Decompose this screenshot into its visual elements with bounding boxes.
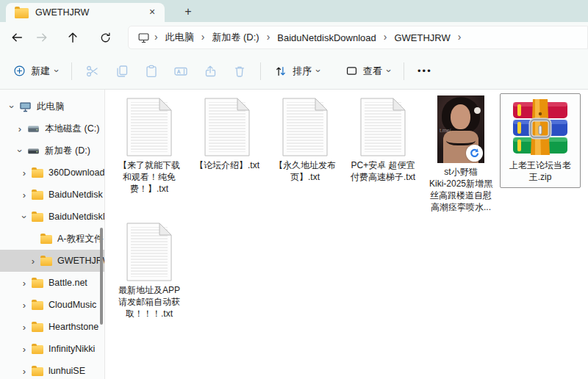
- chevron-down-icon[interactable]: ›: [7, 101, 17, 112]
- chevron-right-icon[interactable]: ›: [18, 322, 30, 332]
- share-button[interactable]: [196, 58, 225, 84]
- txt-file-icon: [126, 220, 172, 281]
- sidebar-item-drive-d[interactable]: › 新加卷 (D:): [0, 140, 104, 162]
- file-label: 上老王论坛当老 王.zip: [509, 159, 571, 183]
- chevron-down-icon[interactable]: ›: [15, 145, 25, 156]
- txt-file-icon: [360, 95, 406, 156]
- file-label: 【论坛介绍】.txt: [195, 159, 259, 171]
- forward-button[interactable]: [29, 26, 54, 49]
- breadcrumb-drive-d[interactable]: 新加卷 (D:): [207, 29, 263, 46]
- sidebar-item-baidunetdisk[interactable]: › BaiduNetdisk: [0, 184, 104, 206]
- sidebar-item-gwethjrw[interactable]: › GWETHJRW: [0, 250, 104, 272]
- sidebar-item-drive-c[interactable]: › 本地磁盘 (C:): [0, 118, 104, 140]
- sidebar-item-cloudmusic[interactable]: › CloudMusic: [0, 294, 104, 316]
- sidebar-item-label: GWETHJRW: [57, 256, 104, 266]
- sidebar-item-infinitynikki[interactable]: › InfinityNikki: [0, 338, 104, 360]
- close-tab-icon[interactable]: ×: [146, 6, 159, 19]
- trash-icon: [232, 64, 247, 79]
- sidebar-item-label: 本地磁盘 (C:): [45, 123, 99, 135]
- new-button[interactable]: 新建 ›: [6, 59, 65, 84]
- chevron-right-icon[interactable]: ›: [27, 256, 39, 266]
- folder-icon: [32, 278, 43, 288]
- sidebar-item-label: Battle.net: [49, 278, 87, 288]
- new-button-label: 新建: [31, 65, 50, 78]
- txt-file-icon: [204, 95, 250, 156]
- more-options-button[interactable]: •••: [410, 65, 440, 76]
- media-player-badge-icon: [466, 145, 483, 162]
- sidebar-item-hearthstone[interactable]: › Hearthstone: [0, 316, 104, 338]
- file-explorer-window: GWETHJRW × + › 此电脑 › 新加卷 (D:) › BaiduNet…: [0, 0, 588, 379]
- sidebar-item-label: 新加卷 (D:): [45, 145, 90, 157]
- folder-icon: [32, 322, 43, 332]
- explorer-tab[interactable]: GWETHJRW ×: [6, 3, 165, 22]
- sidebar-item-this-pc[interactable]: › 此电脑: [0, 95, 104, 118]
- sidebar-item-baidunetdiskdownload[interactable]: › BaiduNetdiskDownload: [0, 206, 104, 228]
- share-icon: [203, 64, 218, 79]
- breadcrumb-separator: ›: [455, 31, 465, 44]
- sidebar-item-label: 360Download: [49, 167, 104, 178]
- file-label: PC+安卓 超便宜 付费高速梯子.txt: [351, 159, 415, 183]
- sort-icon: [274, 65, 287, 78]
- chevron-right-icon[interactable]: ›: [18, 344, 30, 354]
- file-grid: 【来了就能下载 和观看！纯免 费！】.txt 【论坛介绍】.txt 【永久地址发…: [110, 95, 588, 327]
- address-bar[interactable]: › 此电脑 › 新加卷 (D:) › BaiduNetdiskDownload …: [128, 26, 588, 49]
- sidebar-item-label: BaiduNetdisk: [49, 190, 103, 200]
- file-item-video[interactable]: t.me/ st小野猫 Kiki-2025新增黑 丝高跟楼道自慰 高潮痉挛喷水.…: [422, 95, 500, 213]
- folder-icon: [32, 366, 43, 376]
- breadcrumb-separator: ›: [381, 31, 390, 44]
- folder-icon: [32, 167, 43, 178]
- breadcrumb-this-pc[interactable]: 此电脑: [161, 29, 198, 46]
- new-tab-button[interactable]: +: [179, 4, 197, 21]
- file-item[interactable]: 【论坛介绍】.txt: [188, 95, 266, 171]
- breadcrumb-baidunetdiskdownload[interactable]: BaiduNetdiskDownload: [273, 30, 380, 46]
- watermark-text: t.me/: [440, 128, 451, 133]
- scissors-icon: [85, 64, 100, 79]
- toolbar-divider: [71, 62, 72, 80]
- sidebar-item-a-tutorial-files[interactable]: A-教程文件: [0, 228, 104, 250]
- view-button[interactable]: 查看 ›: [338, 59, 398, 84]
- sidebar-item-battlenet[interactable]: › Battle.net: [0, 272, 104, 294]
- file-item[interactable]: 最新地址及APP 请发邮箱自动获 取！！！.txt: [110, 220, 188, 320]
- cut-button[interactable]: [78, 58, 107, 84]
- refresh-button[interactable]: [93, 26, 118, 49]
- tab-bar: GWETHJRW × +: [0, 0, 588, 22]
- file-item[interactable]: 【永久地址发布 页】.txt: [266, 95, 344, 183]
- tab-title: GWETHJRW: [35, 7, 146, 18]
- copy-button[interactable]: [107, 58, 137, 84]
- breadcrumb-separator: ›: [264, 31, 273, 44]
- circle-plus-icon: [13, 65, 26, 77]
- breadcrumb-gwethjrw[interactable]: GWETHJRW: [390, 30, 454, 46]
- sidebar-tree: › 此电脑 › 本地磁盘 (C:) › 新加卷 (D:) › 360Downlo…: [0, 90, 105, 379]
- file-item-zip-selected[interactable]: 上老王论坛当老 王.zip: [500, 93, 581, 188]
- drive-icon: [27, 145, 40, 156]
- delete-button[interactable]: [225, 58, 254, 84]
- chevron-down-icon: ›: [52, 69, 62, 72]
- view-icon: [345, 65, 358, 77]
- file-item[interactable]: 【来了就能下载 和观看！纯免 费！】.txt: [110, 95, 188, 195]
- command-toolbar: 新建 › 排序 › 查看 ›: [0, 53, 588, 90]
- chevron-right-icon[interactable]: ›: [18, 367, 30, 376]
- sidebar-scrollbar[interactable]: [100, 228, 103, 325]
- sidebar-item-label: InfinityNikki: [49, 344, 95, 354]
- thumbnail-art: [451, 104, 470, 129]
- back-button[interactable]: [4, 26, 29, 49]
- chevron-right-icon[interactable]: ›: [14, 124, 26, 134]
- sidebar-item-label: lunhuiSE: [49, 366, 85, 376]
- file-item[interactable]: PC+安卓 超便宜 付费高速梯子.txt: [344, 95, 422, 183]
- chevron-right-icon[interactable]: ›: [18, 300, 30, 310]
- sort-button[interactable]: 排序 ›: [267, 59, 327, 84]
- chevron-down-icon[interactable]: ›: [20, 211, 29, 223]
- file-label: 最新地址及APP 请发邮箱自动获 取！！！.txt: [118, 284, 180, 320]
- sidebar-item-360download[interactable]: › 360Download: [0, 162, 104, 184]
- paste-button[interactable]: [137, 58, 166, 84]
- up-button[interactable]: [60, 26, 85, 49]
- breadcrumb-separator: ›: [198, 31, 208, 44]
- rename-button[interactable]: [166, 58, 196, 84]
- chevron-right-icon[interactable]: ›: [18, 278, 30, 288]
- chevron-right-icon[interactable]: ›: [18, 168, 30, 178]
- chevron-right-icon[interactable]: ›: [18, 190, 30, 200]
- txt-file-icon: [282, 95, 328, 156]
- file-list-pane[interactable]: 【来了就能下载 和观看！纯免 费！】.txt 【论坛介绍】.txt 【永久地址发…: [105, 90, 588, 379]
- sidebar-item-lunhuise[interactable]: › lunhuiSE: [0, 360, 104, 379]
- folder-icon: [15, 8, 29, 18]
